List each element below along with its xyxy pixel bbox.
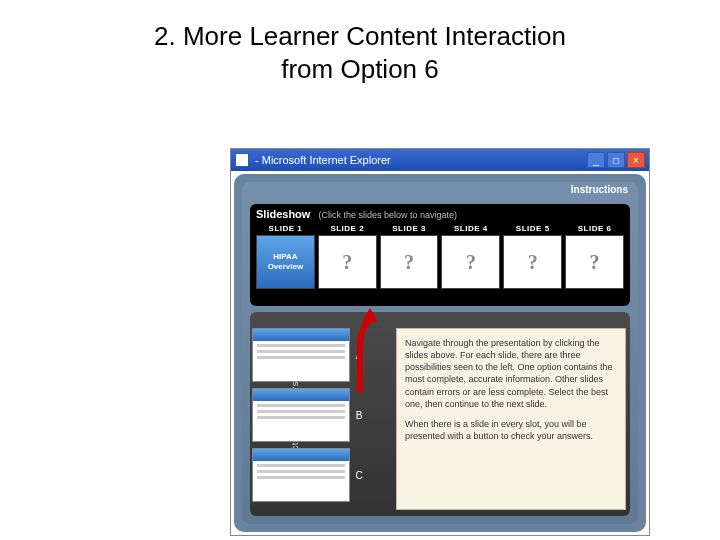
slide-thumb-3[interactable]: ? [380,235,439,289]
maximize-button[interactable]: □ [607,152,625,168]
slideshow-title: Slideshow [256,208,310,220]
window-title: - Microsoft Internet Explorer [255,154,587,166]
slide-label-5: SLIDE 5 [503,224,562,233]
app-inner: Instructions Slideshow (Click the slides… [242,182,638,524]
slide-thumb-4[interactable]: ? [441,235,500,289]
question-icon: ? [528,251,538,274]
slide-thumb-6[interactable]: ? [565,235,624,289]
question-icon: ? [590,251,600,274]
instruction-box: Navigate through the presentation by cli… [396,328,626,510]
slide-label-3: SLIDE 3 [380,224,439,233]
page-title-line1: 2. More Learner Content Interaction [0,0,720,54]
ie-icon [235,153,249,167]
minimize-button[interactable]: _ [587,152,605,168]
slide-label-6: SLIDE 6 [565,224,624,233]
question-icon: ? [404,251,414,274]
slideshow-panel: Slideshow (Click the slides below to nav… [250,204,630,306]
slide-label-1: SLIDE 1 [256,224,315,233]
option-thumb-c[interactable] [252,448,350,502]
page-title-line2: from Option 6 [0,54,720,85]
slide-thumb-1[interactable]: HIPAA Overview [256,235,315,289]
svg-marker-0 [362,308,378,322]
question-icon: ? [466,251,476,274]
window-titlebar: - Microsoft Internet Explorer _ □ × [231,149,649,171]
app-frame: Instructions Slideshow (Click the slides… [234,174,646,532]
browser-window: - Microsoft Internet Explorer _ □ × Inst… [230,148,650,536]
instructions-link[interactable]: Instructions [571,184,628,195]
options-column: Select the best version A B [252,328,364,510]
annotation-arrow [350,308,390,398]
slide-thumb-5[interactable]: ? [503,235,562,289]
slide-label-4: SLIDE 4 [441,224,500,233]
instruction-p1: Navigate through the presentation by cli… [405,337,617,410]
close-button[interactable]: × [627,152,645,168]
instruction-p2: When there is a slide in every slot, you… [405,418,617,442]
option-label-c: C [354,470,364,481]
slideshow-hint: (Click the slides below to navigate) [318,210,457,220]
slide-label-2: SLIDE 2 [318,224,377,233]
slide-thumb-2[interactable]: ? [318,235,377,289]
option-thumb-a[interactable] [252,328,350,382]
option-label-b: B [354,410,364,421]
question-icon: ? [342,251,352,274]
option-thumb-b[interactable] [252,388,350,442]
